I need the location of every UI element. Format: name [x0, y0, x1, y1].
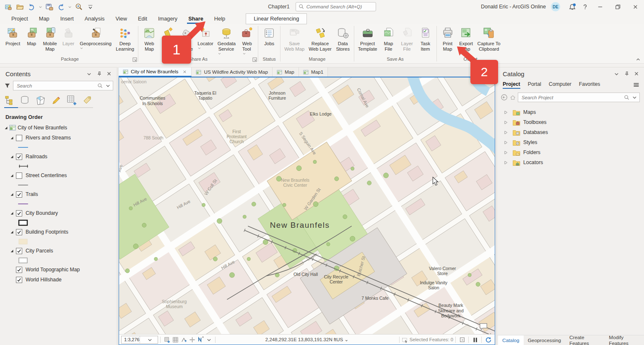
catalog-item-maps[interactable]: Maps	[502, 107, 644, 117]
ribbon-tab-project[interactable]: Project	[6, 14, 34, 24]
ribbon-button-jobs[interactable]: Jobs	[260, 25, 278, 46]
crosshair-icon[interactable]	[188, 335, 196, 344]
mode-labeling[interactable]	[82, 95, 93, 106]
ribbon-button-geoprocessing[interactable]: Geoprocessing	[78, 25, 114, 50]
close-button[interactable]	[626, 0, 644, 13]
layer-row-city-boundary[interactable]: City Boundary	[3, 208, 117, 218]
avatar[interactable]: DE	[551, 2, 560, 11]
map-tab-us-wildfire-activity-web-map[interactable]: US Wildfire Activity Web Map	[192, 67, 273, 77]
layer-symbol-line[interactable]	[18, 203, 28, 205]
close-icon[interactable]	[105, 70, 113, 78]
minimize-button[interactable]	[591, 0, 609, 13]
back-icon[interactable]	[501, 94, 508, 101]
contents-searchbox[interactable]	[13, 81, 113, 90]
chevron-down-icon[interactable]	[85, 70, 93, 78]
layer-row-street-centerlines[interactable]: Street Centerlines	[3, 170, 117, 180]
layer-checkbox[interactable]	[16, 135, 22, 141]
pin-icon[interactable]	[95, 70, 103, 78]
expander-icon[interactable]	[502, 151, 509, 154]
layer-symbol-rect-outline[interactable]	[18, 257, 28, 264]
add-grid-icon[interactable]	[163, 335, 171, 344]
expander-icon[interactable]	[502, 111, 509, 114]
ribbon-button-task-item[interactable]: TaskItem	[416, 25, 435, 52]
layer-checkbox[interactable]	[16, 267, 22, 273]
expander-icon[interactable]	[8, 230, 15, 234]
mode-data-source[interactable]	[20, 95, 31, 106]
help-icon[interactable]	[579, 0, 591, 13]
new-project-button[interactable]	[3, 2, 13, 12]
catalog-item-databases[interactable]: Databases	[502, 127, 644, 137]
ribbon-button-export-map[interactable]: ExportMap	[457, 25, 475, 55]
ribbon-tab-insert[interactable]: Insert	[55, 14, 79, 24]
layer-checkbox[interactable]	[16, 191, 22, 198]
layer-row-railroads[interactable]: Railroads	[3, 152, 117, 162]
expander-icon[interactable]	[8, 211, 15, 215]
scale-selector[interactable]: 1:3,276	[121, 336, 158, 344]
refresh-icon[interactable]	[484, 335, 492, 344]
collapse-ribbon-icon[interactable]	[636, 57, 641, 62]
save-button[interactable]	[44, 2, 55, 12]
layer-row-rivers-and-streams[interactable]: Rivers and Streams	[3, 133, 117, 143]
map-canvas[interactable]: oenix SaloonCommunitiesIn SchoolsTaqueri…	[119, 77, 495, 334]
chevron-down-icon[interactable]	[612, 70, 621, 78]
catalog-tab-computer[interactable]: Computer	[549, 81, 571, 89]
chevron-down-icon[interactable]	[140, 336, 158, 343]
map-tab-city-of-new-braunfels[interactable]: City of New Braunfels	[119, 67, 192, 77]
contextual-tab-linear-referencing[interactable]: Linear Referencing	[246, 13, 307, 24]
ribbon-button-project[interactable]: Project	[3, 25, 22, 46]
select-box-icon[interactable]	[458, 335, 466, 344]
catalog-tab-favorites[interactable]: Favorites	[579, 81, 600, 89]
redo-button[interactable]	[55, 2, 66, 12]
layer-checkbox[interactable]	[16, 210, 22, 216]
dialog-launcher-icon[interactable]	[252, 57, 257, 62]
north-arrow-icon[interactable]	[196, 335, 205, 344]
layer-checkbox[interactable]	[16, 154, 22, 160]
undo-button[interactable]	[26, 2, 37, 12]
expander-icon[interactable]	[8, 249, 15, 253]
expander-icon[interactable]	[8, 155, 15, 159]
ribbon-button-web-tool[interactable]: WebTool	[238, 25, 256, 55]
map-view[interactable]: oenix SaloonCommunitiesIn SchoolsTaqueri…	[119, 77, 495, 345]
layer-symbol-rail[interactable]	[18, 164, 29, 168]
open-project-button[interactable]	[14, 2, 25, 12]
chevron-down-icon[interactable]	[105, 83, 111, 88]
layer-symbol-rect-fill[interactable]	[18, 238, 28, 245]
layer-row-city-parcels[interactable]: City Parcels	[3, 246, 117, 256]
ribbon-button-web-map[interactable]: WebMap	[140, 25, 158, 52]
ribbon-button-capture-to-clipboard[interactable]: Capture ToClipboard	[475, 25, 503, 52]
contents-search-input[interactable]	[17, 83, 95, 88]
layer-row-trails[interactable]: Trails	[3, 189, 117, 199]
layer-row-city-of-new-braunfels[interactable]: City of New Braunfels	[3, 123, 117, 133]
catalog-searchbox[interactable]	[518, 93, 640, 102]
layer-symbol-line[interactable]	[18, 184, 28, 186]
catalog-item-toolboxes[interactable]: Toolboxes	[502, 117, 644, 127]
selected-features[interactable]: Selected Features: 0	[402, 337, 453, 343]
chevron-down-icon[interactable]	[38, 2, 43, 12]
close-icon[interactable]	[632, 70, 641, 78]
layer-symbol-rect-outline[interactable]	[18, 219, 28, 226]
expander-icon[interactable]	[8, 136, 15, 140]
catalog-item-folders[interactable]: Folders	[502, 147, 644, 157]
catalog-item-styles[interactable]: Styles	[502, 137, 644, 147]
expander-icon[interactable]	[502, 141, 509, 144]
dock-tab-create-features[interactable]: Create Features	[565, 335, 605, 345]
mode-symbology[interactable]	[35, 95, 46, 106]
pin-icon[interactable]	[622, 70, 631, 78]
chat-bubble-icon[interactable]	[479, 322, 488, 331]
dock-tab-modify-features[interactable]: Modify Features	[605, 335, 644, 345]
ribbon-button-deep-learning[interactable]: DeepLearning	[114, 25, 136, 52]
mode-drawing-order[interactable]	[4, 95, 15, 106]
command-search[interactable]	[296, 2, 376, 11]
expander-icon[interactable]	[502, 121, 509, 124]
ribbon-button-locator[interactable]: Locator	[195, 25, 216, 50]
dock-tab-geoprocessing[interactable]: Geoprocessing	[524, 335, 565, 345]
chevron-down-icon[interactable]	[632, 95, 637, 100]
snapping-icon[interactable]	[179, 335, 188, 344]
coordinates-value[interactable]: 2,248,292.31E 13,803,191.32N ftUS	[265, 337, 343, 342]
ribbon-tab-map[interactable]: Map	[34, 14, 55, 24]
home-icon[interactable]	[509, 94, 516, 101]
chevron-down-icon[interactable]	[205, 335, 213, 344]
explore-button[interactable]	[73, 2, 84, 12]
ribbon-button-geodata-service[interactable]: GeodataService	[216, 25, 238, 55]
expander-icon[interactable]	[8, 193, 15, 196]
